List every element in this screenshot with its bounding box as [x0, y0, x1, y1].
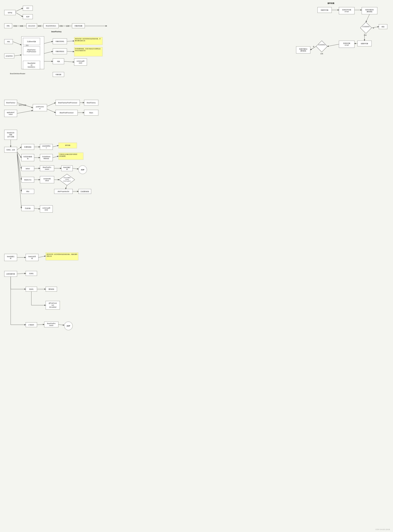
xml-left-box: XML [4, 39, 13, 44]
appctx-box: applicationContext [4, 110, 17, 117]
obj-init-box: 对象的初始化 [53, 49, 67, 54]
document-box: document [26, 23, 37, 28]
io-label: IO流 [14, 25, 17, 27]
svg-line-9 [67, 51, 74, 52]
invokeInit-box: invokeInitMethod [40, 176, 54, 183]
attr-assign-bottom-box: 属性赋值 [46, 287, 57, 291]
svg-line-40 [17, 153, 21, 169]
svg-line-3 [13, 42, 21, 45]
instantiateB-box: 实例化对象a=null [339, 41, 354, 48]
svg-text:当bean对象是: 当bean对象是 [64, 177, 70, 178]
postconstruct-box: @PostConstructinit-method [46, 301, 60, 310]
equiv-label: 等同于容器 [19, 104, 26, 106]
context-getbean-box: context.getBean() [74, 59, 87, 66]
svg-line-8 [67, 41, 74, 41]
aop-circle: AOP [78, 166, 87, 174]
instantiateA-box: 实例化AX对象b=null [339, 7, 354, 14]
svg-line-47 [66, 186, 67, 189]
bfpp-box: BeanFactoryPostProcessor [56, 100, 80, 105]
createA-box: 创建AX对象 [318, 7, 332, 13]
before-box: before [21, 166, 34, 171]
properties-box: properties [4, 54, 14, 58]
no-a-label: 没有 [320, 53, 323, 55]
assignA-box: 给AX对象的b属性赋值 [362, 7, 377, 14]
postprocessor-box: postProcessor [33, 104, 47, 111]
svg-line-0 [16, 8, 23, 11]
svg-line-53 [39, 256, 46, 257]
hasInitBean-diamond: 当bean对象是 否实现 InitializingBean [59, 174, 75, 186]
has-b-label: 有 [373, 27, 374, 29]
circular-note: 循环依赖 [59, 143, 77, 148]
svg-line-51 [34, 208, 40, 209]
beandef-mid-box: BeanDefinitionbean的定义 [23, 61, 40, 69]
svg-text:从容器获取b: 从容器获取b [362, 26, 369, 27]
svg-line-26 [47, 109, 56, 113]
assignAattr-box: 给象对像的a属性赋值 [296, 46, 310, 54]
getA-diamond: 从容器获取a [316, 41, 327, 52]
svg-line-17 [366, 14, 369, 22]
instantiate-box: 实例化；反射 [4, 147, 17, 153]
bpp-bottom-box: BeanPostProcessor [44, 322, 59, 327]
bpp-lifecycle-box: BeanPostProcessor [40, 166, 54, 171]
reflect-mid-label: 反射 [26, 44, 29, 46]
reflect-create-box: 反射创建对象 [4, 271, 17, 277]
ctx-getbean-lifecycle-box: context.getBean() [40, 205, 53, 212]
svg-marker-13 [316, 41, 327, 52]
svg-marker-11 [360, 22, 372, 34]
assign-container-box: 给容器对象赋值 [21, 154, 34, 161]
page-container: spring IOC AOP [0, 0, 393, 532]
beanfactory-title: beanFactory [51, 31, 61, 33]
svg-line-63 [59, 325, 64, 325]
init-method-box: 初始化方法 [21, 177, 34, 183]
svg-text:从容器获取a: 从容器获取a [318, 44, 325, 45]
diagram6-bean-lifecycle: bean的生命周期(13个步骤) 实例化；反射 给属性赋值 populateBe… [4, 130, 133, 230]
svg-line-49 [17, 154, 21, 191]
encap-label: 封装 [59, 25, 63, 27]
obj-box: 对象 [53, 59, 64, 64]
bean-create-box: bean创建过程 [4, 254, 17, 261]
assign-attr-box: 给属性赋值 [21, 144, 34, 150]
bean-extend-box: bean对象扩展 [61, 166, 73, 171]
diagram5-arrows [4, 95, 101, 121]
beanfactory-box: BeanFactory [4, 100, 17, 105]
svg-text:否实现: 否实现 [65, 179, 69, 180]
lifecycle-title-box: bean的生命周期(13个步骤) [4, 130, 17, 140]
parse-label: 解析 [38, 25, 41, 27]
watermark: CSDN 专有资讯·普客客 [375, 529, 390, 531]
has-a-label: 有 [313, 46, 314, 48]
svg-line-36 [53, 146, 59, 147]
svg-line-34 [17, 147, 21, 150]
complete-obj-box: 完成对象 [21, 205, 34, 211]
diagram3-beanfactory: beanFactory XML properties 完成bean对象 Bean… [4, 31, 123, 86]
diagram2-xml-flow: XML IO流 加载 document 解析 BeanDefinition 封装… [4, 22, 113, 30]
beandef-box: BeanDefinition [44, 23, 59, 28]
diagram4-circular-dep: 循环依赖 创建AX对象 实例化AX对象b=null 给AX对象的b属性赋值 从容… [292, 2, 389, 65]
circular-dep-title: 循环依赖 [327, 2, 334, 5]
bpp-box: BeanPostProcessor [56, 110, 78, 115]
svg-line-5 [44, 41, 53, 44]
yellow-note-bottom: 增空间开辟一块空间用来存放具体的对象，对象的属性是默认值 [46, 252, 78, 260]
after-box: After [21, 189, 34, 194]
aop-bottom-circle: AOP [64, 322, 73, 330]
diagram7-arrows [4, 250, 115, 349]
svg-line-25 [47, 103, 56, 106]
svg-line-21 [327, 44, 339, 46]
diagram7-bean-create: bean创建过程 bean生命周期 增空间开辟一块空间用来存放具体的对象，对象的… [4, 250, 115, 349]
obj-instantiate-box: 对象的实例化 [53, 39, 67, 44]
beanfactory-right-box: BeanFactory [84, 100, 98, 105]
no-b-label: 没有 [364, 34, 367, 36]
svg-line-39 [53, 156, 59, 158]
svg-line-50 [17, 155, 21, 208]
getB-diamond: 从容器获取b [360, 22, 372, 34]
extend-bottom-box: 扩展操作 [26, 322, 37, 327]
svg-line-54 [17, 273, 26, 274]
container-note: 方便后定义对象在容器中获取容器对象属性 [59, 153, 83, 160]
yellow-note1: 增空间开辟一块空间用来存放具体的对象，对象的属性是默认值 [74, 37, 103, 45]
afterprops-box: afterPropertiesSet [54, 189, 73, 194]
svg-line-4 [14, 55, 21, 56]
svg-line-6 [44, 51, 53, 54]
svg-line-1 [16, 13, 23, 17]
svg-line-44 [17, 153, 21, 180]
impl-bean-box: 完成bean对象 [23, 38, 40, 45]
bean-right-box: Bean [84, 110, 98, 115]
